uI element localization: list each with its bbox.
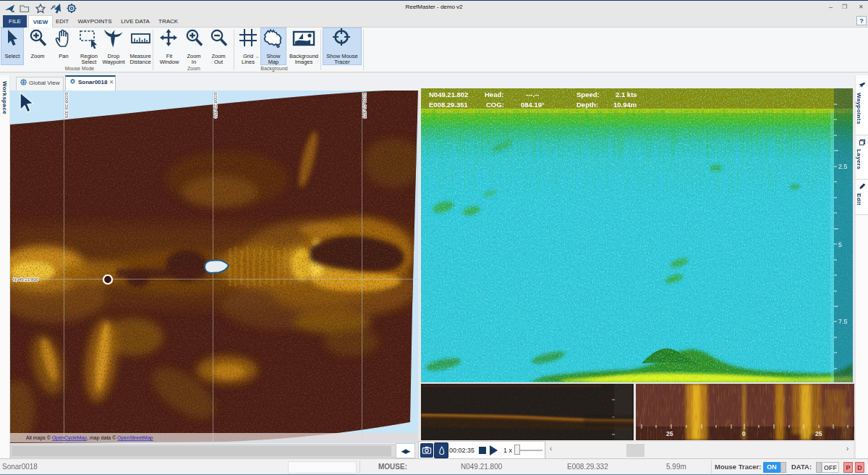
svg-text:E008.29.350: E008.29.350 [213, 93, 218, 119]
svg-text:N049.21.800: N049.21.800 [13, 277, 39, 282]
svg-text:084.19°: 084.19° [521, 101, 545, 109]
svg-text:25: 25 [666, 430, 673, 437]
svg-text:5: 5 [838, 241, 842, 248]
svg-text:Head:: Head: [485, 91, 503, 98]
svg-text:Speed:: Speed: [576, 91, 600, 98]
svg-text:7.5: 7.5 [838, 318, 848, 325]
svg-text:10.94m: 10.94m [613, 101, 637, 109]
svg-text:N049.21.802: N049.21.802 [429, 91, 468, 98]
svg-text:2.5: 2.5 [838, 163, 848, 170]
svg-text:0: 0 [742, 430, 746, 437]
svg-text:All maps © OpenCycleMap, map d: All maps © OpenCycleMap, map data © Open… [26, 435, 153, 441]
svg-text:---.--: ---.-- [526, 91, 539, 98]
svg-text:COG:: COG: [486, 101, 504, 109]
svg-text:2.1 kts: 2.1 kts [616, 91, 637, 98]
svg-text:E008.29.351: E008.29.351 [429, 101, 469, 109]
svg-text:25: 25 [815, 430, 822, 437]
svg-text:Depth:: Depth: [576, 101, 598, 109]
svg-text:E008.29.325: E008.29.325 [64, 93, 69, 119]
svg-text:E008.29.375: E008.29.375 [362, 93, 367, 119]
